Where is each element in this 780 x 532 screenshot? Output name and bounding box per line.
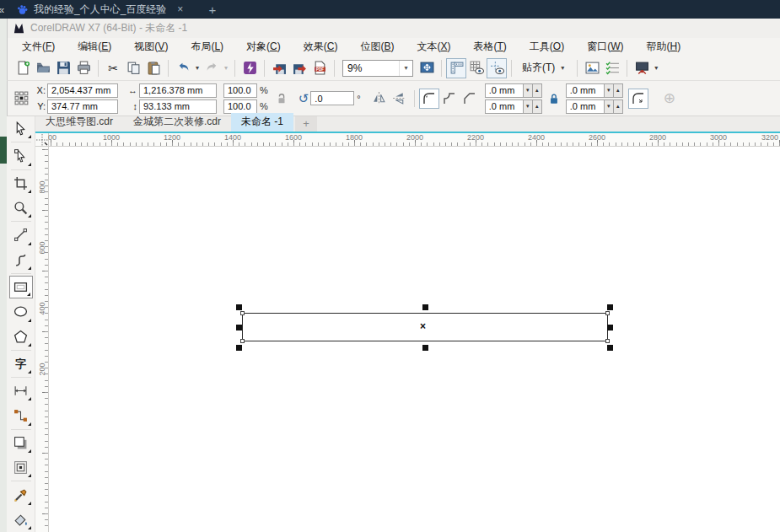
publish-pdf-button[interactable] <box>309 58 330 78</box>
mirror-vertical-button[interactable] <box>390 89 410 109</box>
redo-button[interactable] <box>202 58 222 78</box>
customization-button[interactable] <box>602 58 622 78</box>
presentation-caret-icon[interactable]: ▾ <box>652 64 660 72</box>
object-height-field[interactable]: 93.133 mm <box>139 99 217 114</box>
scalloped-corner-button[interactable] <box>439 89 460 109</box>
text-tool[interactable]: 字 <box>9 352 33 375</box>
rectangle-tool[interactable] <box>9 276 33 298</box>
document-tab[interactable]: 未命名 -1 <box>231 113 293 132</box>
save-button[interactable] <box>53 58 73 78</box>
import-button[interactable] <box>269 58 289 78</box>
corner-radius-bl-field[interactable]: .0 mm <box>485 99 524 114</box>
menu-item-c[interactable]: 对象(C) <box>239 38 288 56</box>
spin-up-icon[interactable]: ▴ <box>614 83 623 98</box>
object-center-mark[interactable]: × <box>420 320 426 332</box>
new-tab-button[interactable]: + <box>208 3 216 17</box>
selection-handle-top-center[interactable] <box>422 304 428 310</box>
undo-dropdown-caret[interactable]: ▾ <box>193 64 202 72</box>
cut-button[interactable]: ✂ <box>103 58 123 78</box>
new-document-button[interactable] <box>13 58 33 78</box>
bspline-tool[interactable] <box>9 249 33 271</box>
drawing-canvas[interactable]: × <box>49 147 780 532</box>
x-position-field[interactable]: 2,054.437 mm <box>47 83 118 98</box>
pick-tool[interactable] <box>9 117 33 140</box>
ellipse-tool[interactable] <box>9 300 33 323</box>
menu-item-f[interactable]: 文件(F) <box>14 38 62 56</box>
freehand-tool[interactable] <box>9 223 33 246</box>
show-grid-toggle[interactable] <box>466 58 487 78</box>
scale-horizontal-field[interactable]: 100.0 <box>223 83 257 98</box>
export-button[interactable] <box>289 58 309 78</box>
zoom-level-combo[interactable]: 9% ▾ <box>342 60 413 77</box>
rotation-angle-field[interactable]: .0 <box>310 91 354 105</box>
spin-down-icon[interactable]: ▾ <box>605 83 614 98</box>
document-tab[interactable]: 金城第二次装修.cdr <box>123 113 231 132</box>
menu-item-e[interactable]: 编辑(E) <box>70 38 119 56</box>
object-width-field[interactable]: 1,216.378 mm <box>139 83 217 98</box>
horizontal-ruler[interactable]: 0010001200140016001800200022002400260028… <box>49 133 780 147</box>
selection-handle-bottom-right[interactable] <box>607 345 613 351</box>
selection-handle-bottom-center[interactable] <box>422 345 428 351</box>
relative-corner-scaling-button[interactable] <box>628 89 648 109</box>
drop-shadow-tool[interactable] <box>9 432 33 454</box>
menu-item-t[interactable]: 表格(T) <box>465 38 514 56</box>
corner-radius-tl-field[interactable]: .0 mm <box>485 83 524 98</box>
scale-vertical-field[interactable]: 100.0 <box>223 99 257 114</box>
print-button[interactable] <box>73 58 94 78</box>
show-guidelines-toggle[interactable] <box>487 58 507 78</box>
eyedropper-tool[interactable] <box>9 483 33 506</box>
undo-button[interactable] <box>173 58 193 78</box>
selection-handle-top-left[interactable] <box>236 304 242 310</box>
browser-tab[interactable]: 我的经验_个人中心_百度经验 × <box>8 0 190 19</box>
selection-handle-mid-right[interactable] <box>607 325 613 330</box>
spin-up-icon[interactable]: ▴ <box>533 83 542 98</box>
fill-tool[interactable] <box>9 508 33 531</box>
mirror-horizontal-button[interactable] <box>369 89 390 109</box>
corner-radius-br-field[interactable]: .0 mm <box>566 99 605 114</box>
round-corner-button[interactable] <box>419 89 439 109</box>
copy-button[interactable] <box>123 58 143 78</box>
menu-item-h[interactable]: 帮助(H) <box>638 38 688 56</box>
menu-item-b[interactable]: 位图(B) <box>352 38 401 56</box>
redo-dropdown-caret[interactable]: ▾ <box>222 64 230 72</box>
crop-tool[interactable] <box>9 172 33 195</box>
full-screen-preview-button[interactable] <box>417 58 437 78</box>
zoom-tool[interactable] <box>9 196 33 219</box>
document-tab[interactable]: 大思维导图.cdr <box>35 113 123 132</box>
y-position-field[interactable]: 374.77 mm <box>47 99 118 114</box>
dimension-tool[interactable] <box>9 379 33 402</box>
zoom-combo-caret-icon[interactable]: ▾ <box>399 61 412 76</box>
corner-radius-tr-field[interactable]: .0 mm <box>566 83 605 98</box>
back-chevron-icon[interactable]: « <box>0 3 8 16</box>
selection-handle-bottom-left[interactable] <box>236 345 242 351</box>
corner-node[interactable] <box>605 339 610 343</box>
spin-down-icon[interactable]: ▾ <box>605 99 614 114</box>
application-launcher-button[interactable] <box>239 58 260 78</box>
chamfered-corner-button[interactable] <box>460 89 480 109</box>
menu-item-o[interactable]: 工具(O) <box>522 38 572 56</box>
menu-item-c[interactable]: 效果(C) <box>296 38 346 56</box>
snap-to-dropdown[interactable]: 贴齐(T) ▾ <box>516 58 573 78</box>
corner-node[interactable] <box>240 339 245 343</box>
spin-up-icon[interactable]: ▴ <box>533 99 542 114</box>
menu-item-w[interactable]: 窗口(W) <box>579 38 631 56</box>
lock-ratio-button[interactable] <box>272 89 292 109</box>
spin-up-icon[interactable]: ▴ <box>614 99 623 114</box>
corner-node[interactable] <box>605 311 610 315</box>
show-rulers-toggle[interactable] <box>446 58 466 78</box>
open-button[interactable] <box>33 58 53 78</box>
contour-tool[interactable] <box>9 456 33 479</box>
presentation-button[interactable] <box>632 58 652 78</box>
vertical-ruler[interactable]: 800600400200 <box>35 147 49 532</box>
ruler-origin-button[interactable] <box>35 133 49 147</box>
spin-down-icon[interactable]: ▾ <box>524 83 533 98</box>
selection-handle-top-right[interactable] <box>607 304 613 310</box>
polygon-tool[interactable] <box>9 325 33 348</box>
connector-tool[interactable] <box>9 404 33 427</box>
edit-corners-together-lock[interactable] <box>544 89 564 109</box>
shape-tool[interactable] <box>9 144 33 167</box>
menu-item-x[interactable]: 文本(X) <box>409 38 458 56</box>
selection-handle-mid-left[interactable] <box>236 325 242 330</box>
paste-button[interactable] <box>143 58 164 78</box>
options-button[interactable] <box>582 58 602 78</box>
